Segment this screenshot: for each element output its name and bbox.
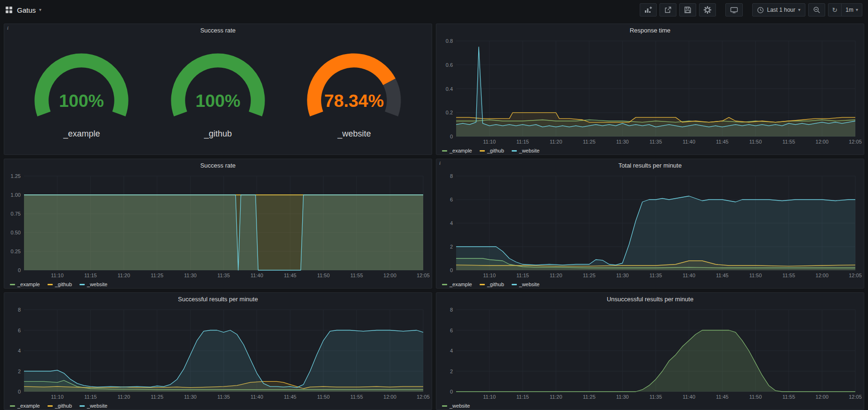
legend-item[interactable]: _website (80, 281, 107, 287)
dashboard-title-text: Gatus (17, 6, 36, 14)
gauge-endpoint-label: _github (153, 129, 282, 139)
svg-text:6: 6 (450, 197, 453, 202)
svg-text:12:00: 12:00 (816, 139, 829, 145)
svg-text:12:05: 12:05 (849, 273, 862, 278)
svg-text:11:15: 11:15 (84, 273, 97, 278)
info-icon[interactable]: i (439, 160, 441, 166)
legend-swatch (480, 150, 485, 152)
legend-swatch (80, 284, 85, 285)
svg-text:0.8: 0.8 (446, 38, 453, 44)
svg-text:4: 4 (450, 220, 453, 226)
legend-item[interactable]: _github (48, 281, 72, 287)
save-button[interactable] (679, 3, 696, 16)
legend-item[interactable]: _website (442, 403, 470, 409)
legend-label: _website (519, 281, 539, 287)
dashboard-title[interactable]: Gatus ▾ (17, 6, 41, 14)
svg-text:11:55: 11:55 (350, 273, 363, 278)
panel-title[interactable]: Success rate (4, 159, 432, 171)
refresh-icon: ↻ (832, 7, 838, 13)
legend-label: _example (17, 281, 40, 287)
svg-text:12:05: 12:05 (849, 139, 862, 145)
svg-text:11:55: 11:55 (350, 394, 363, 400)
svg-text:11:25: 11:25 (583, 394, 595, 400)
svg-text:11:15: 11:15 (516, 273, 529, 278)
gauge-endpoint-label: _example (17, 129, 146, 139)
legend-item[interactable]: _website (512, 281, 539, 287)
legend-swatch (442, 405, 447, 407)
legend-item[interactable]: _website (512, 148, 539, 153)
response-time-chart[interactable]: 11:1011:1511:2011:2511:3011:3511:4011:45… (438, 36, 862, 146)
svg-text:11:45: 11:45 (284, 273, 297, 278)
legend-item[interactable]: _github (48, 403, 72, 409)
svg-text:11:30: 11:30 (184, 394, 197, 400)
refresh-button[interactable]: ↻ (828, 4, 842, 16)
legend-swatch (512, 284, 517, 285)
svg-text:11:50: 11:50 (317, 394, 330, 400)
svg-text:1.00: 1.00 (11, 192, 21, 198)
svg-text:11:40: 11:40 (250, 273, 263, 278)
legend-item[interactable]: _example (442, 148, 472, 153)
svg-text:12:05: 12:05 (849, 394, 862, 400)
cycle-view-button[interactable] (725, 3, 743, 16)
unsuccessful-results-chart[interactable]: 11:1011:1511:2011:2511:3011:3511:4011:45… (438, 305, 862, 401)
panel-title[interactable]: Response time (436, 24, 864, 36)
panel-title[interactable]: Total results per minute (436, 159, 864, 171)
legend-swatch (442, 284, 447, 285)
svg-text:0: 0 (18, 267, 21, 273)
chevron-down-icon: ▾ (798, 8, 801, 12)
svg-text:4: 4 (450, 348, 453, 354)
info-icon[interactable]: i (7, 25, 8, 31)
navbar: Gatus ▾ (0, 0, 868, 20)
time-range-button[interactable]: Last 1 hour ▾ (752, 3, 805, 16)
svg-text:11:40: 11:40 (683, 139, 695, 145)
add-panel-button[interactable] (640, 3, 657, 16)
svg-text:0.75: 0.75 (11, 211, 21, 217)
legend: _example_github_website (442, 148, 539, 153)
legend-item[interactable]: _github (480, 148, 504, 153)
gauges-container: 100%_example100%_github78.34%_website (4, 36, 432, 154)
svg-text:12:00: 12:00 (384, 273, 397, 278)
svg-text:11:45: 11:45 (716, 394, 729, 400)
legend: _example_github_website (442, 281, 539, 287)
svg-text:2: 2 (450, 244, 453, 249)
panel-title[interactable]: Success rate (4, 24, 432, 36)
legend-swatch (80, 405, 85, 407)
svg-text:0: 0 (450, 267, 453, 273)
svg-text:2: 2 (18, 369, 21, 374)
gauge-value: 100% (59, 91, 104, 111)
success-rate-chart[interactable]: 11:1011:1511:2011:2511:3011:3511:4011:45… (6, 171, 430, 280)
legend-swatch (512, 150, 517, 152)
gauge-value: 78.34% (324, 91, 384, 111)
svg-text:11:15: 11:15 (516, 139, 529, 145)
svg-text:0.6: 0.6 (446, 62, 453, 68)
svg-text:0.50: 0.50 (11, 230, 21, 235)
legend-item[interactable]: _website (80, 403, 107, 409)
refresh-interval-button[interactable]: 1m ▾ (841, 4, 862, 16)
dashboards-grid-icon[interactable] (6, 7, 12, 13)
dashboard-grid: i Success rate 100%_example100%_github78… (0, 20, 868, 410)
legend-item[interactable]: _example (10, 403, 40, 409)
gauge-_example: 100%_example (17, 50, 146, 139)
settings-button[interactable] (699, 3, 716, 16)
successful-results-chart[interactable]: 11:1011:1511:2011:2511:3011:3511:4011:45… (6, 305, 430, 401)
legend-item[interactable]: _example (10, 281, 40, 287)
svg-text:11:20: 11:20 (550, 273, 563, 278)
share-button[interactable] (659, 3, 676, 16)
total-results-chart[interactable]: 11:1011:1511:2011:2511:3011:3511:4011:45… (438, 171, 862, 280)
svg-text:11:10: 11:10 (483, 139, 496, 145)
legend-item[interactable]: _example (442, 281, 472, 287)
svg-text:11:55: 11:55 (782, 273, 795, 278)
panel-unsuccessful-results: Unsuccessful results per minute 11:1011:… (436, 292, 864, 410)
svg-text:11:55: 11:55 (782, 394, 795, 400)
legend-label: _github (55, 403, 72, 409)
legend-label: _github (55, 281, 72, 287)
svg-text:11:30: 11:30 (616, 139, 629, 145)
legend-item[interactable]: _github (480, 281, 504, 287)
legend: _website (442, 403, 470, 409)
zoom-out-button[interactable] (808, 3, 825, 16)
svg-text:6: 6 (450, 328, 453, 333)
panel-title[interactable]: Successful results per minute (4, 293, 432, 305)
legend-label: _website (87, 281, 107, 287)
panel-title[interactable]: Unsuccessful results per minute (436, 293, 864, 305)
legend-label: _website (450, 403, 470, 409)
